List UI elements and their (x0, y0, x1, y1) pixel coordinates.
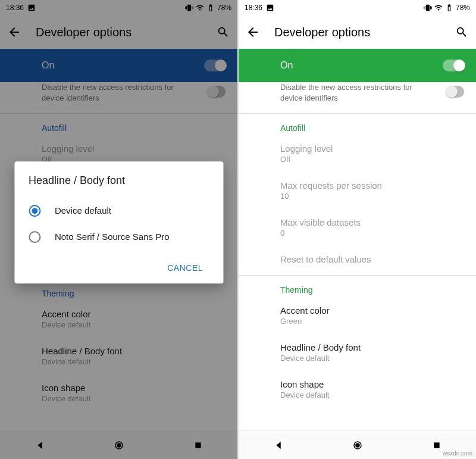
radio-icon (29, 231, 40, 243)
back-button[interactable] (245, 24, 261, 40)
setting-accent-color[interactable]: Accent color Green (239, 297, 476, 334)
master-toggle-label: On (280, 60, 293, 71)
restrict-subtitle: Disable the new access restrictions for … (280, 82, 435, 111)
search-button[interactable] (453, 24, 470, 40)
master-toggle-switch[interactable] (443, 60, 464, 71)
navigation-bar (239, 430, 476, 459)
master-toggle-row[interactable]: On (239, 49, 476, 82)
setting-headline-font[interactable]: Headline / Body font Device default (239, 334, 476, 371)
maxreq-secondary: 10 (280, 192, 464, 201)
section-theming: Theming (239, 276, 476, 297)
accent-secondary: Green (280, 317, 464, 326)
restrict-toggle[interactable] (447, 86, 464, 98)
font-secondary: Device default (280, 354, 464, 363)
accent-primary: Accent color (280, 305, 464, 316)
font-dialog: Headline / Body font Device default Noto… (14, 161, 223, 283)
battery-icon (445, 4, 453, 12)
maxds-secondary: 0 (280, 229, 464, 238)
nav-home-button[interactable] (352, 439, 364, 451)
status-battery: 78% (456, 4, 470, 12)
logging-secondary: Off (280, 155, 464, 164)
page-title: Developer options (274, 26, 440, 39)
font-primary: Headline / Body font (280, 342, 464, 352)
radio-icon (29, 205, 40, 217)
setting-icon-shape[interactable]: Icon shape Device default (239, 371, 476, 408)
svg-rect-5 (434, 442, 439, 448)
app-bar: Developer options (239, 15, 476, 49)
setting-max-requests[interactable]: Max requests per session 10 (239, 172, 476, 209)
maxreq-primary: Max requests per session (280, 180, 464, 191)
nav-back-button[interactable] (273, 439, 284, 451)
svg-point-4 (356, 444, 359, 447)
phone-right: 18:36 78% Developer options On Disable t… (237, 0, 476, 459)
image-icon (266, 4, 274, 12)
radio-label: Noto Serif / Source Sans Pro (55, 232, 170, 242)
reset-primary: Reset to default values (280, 254, 464, 264)
iconshape-secondary: Device default (280, 391, 464, 399)
setting-reset-defaults[interactable]: Reset to default values (239, 246, 476, 273)
iconshape-primary: Icon shape (280, 379, 464, 389)
logging-primary: Logging level (280, 143, 464, 154)
radio-label: Device default (55, 205, 111, 216)
wifi-icon (434, 4, 443, 12)
watermark: wsxdn.com (443, 450, 472, 457)
cancel-button[interactable]: CANCEL (161, 258, 209, 277)
setting-max-datasets[interactable]: Max visible datasets 0 (239, 209, 476, 246)
setting-logging-level[interactable]: Logging level Off (239, 135, 476, 172)
radio-option-noto-serif[interactable]: Noto Serif / Source Sans Pro (29, 224, 209, 250)
nav-recent-button[interactable] (431, 439, 443, 451)
settings-content: Disable the new access restrictions for … (239, 82, 476, 430)
status-bar: 18:36 78% (239, 0, 476, 15)
section-autofill: Autofill (239, 114, 476, 135)
vibrate-icon (424, 4, 432, 12)
radio-option-device-default[interactable]: Device default (29, 198, 209, 224)
maxds-primary: Max visible datasets (280, 217, 464, 227)
phone-left: 18:36 78% Developer options On Disable t… (0, 0, 237, 459)
status-time: 18:36 (245, 4, 262, 12)
dialog-title: Headline / Body font (29, 174, 209, 187)
